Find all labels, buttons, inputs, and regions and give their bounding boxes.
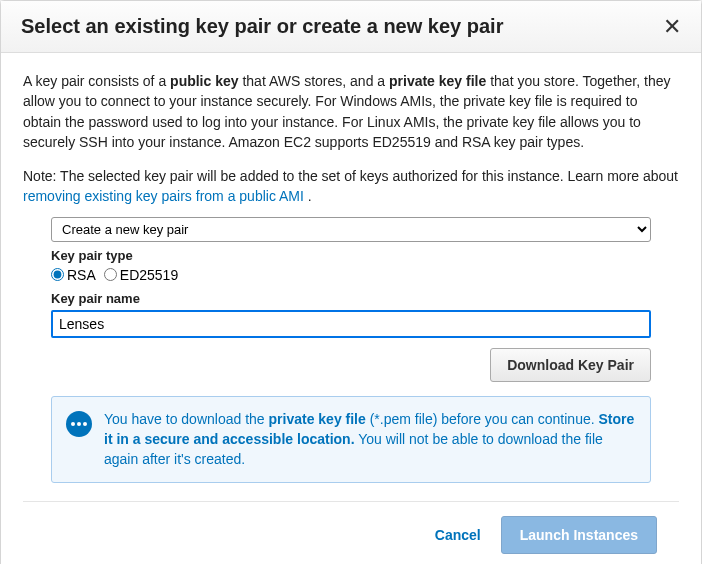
desc-text: A key pair consists of a [23, 73, 170, 89]
close-icon[interactable]: ✕ [663, 16, 681, 38]
cancel-button[interactable]: Cancel [435, 527, 481, 543]
modal-body: A key pair consists of a public key that… [1, 53, 701, 564]
radio-rsa[interactable] [51, 268, 64, 281]
note-prefix: Note: The selected key pair will be adde… [23, 168, 678, 184]
info-box: You have to download the private key fil… [51, 396, 651, 483]
launch-instances-button[interactable]: Launch Instances [501, 516, 657, 554]
radio-rsa-text: RSA [67, 267, 96, 283]
info-text-part: You have to download the [104, 411, 269, 427]
download-row: Download Key Pair [51, 348, 651, 382]
modal-header: Select an existing key pair or create a … [1, 1, 701, 53]
radio-rsa-label[interactable]: RSA [51, 267, 96, 283]
type-label: Key pair type [51, 248, 651, 263]
info-bold: private key file [269, 411, 366, 427]
modal-footer: Cancel Launch Instances [23, 501, 679, 564]
desc-bold: private key file [389, 73, 486, 89]
note-suffix: . [304, 188, 312, 204]
name-label: Key pair name [51, 291, 651, 306]
keypair-name-input[interactable] [51, 310, 651, 338]
desc-text: that AWS stores, and a [239, 73, 389, 89]
radio-ed25519[interactable] [104, 268, 117, 281]
form-area: Create a new key pair Key pair type RSA … [23, 217, 679, 483]
info-text-part: (*.pem file) before you can continue. [366, 411, 599, 427]
keypair-type-radio-group: RSA ED25519 [51, 267, 651, 283]
description-text: A key pair consists of a public key that… [23, 71, 679, 152]
info-message: You have to download the private key fil… [104, 409, 636, 470]
radio-ed25519-text: ED25519 [120, 267, 178, 283]
key-pair-modal: Select an existing key pair or create a … [0, 0, 702, 564]
info-icon [66, 411, 92, 437]
download-keypair-button[interactable]: Download Key Pair [490, 348, 651, 382]
modal-title: Select an existing key pair or create a … [21, 15, 503, 38]
radio-ed25519-label[interactable]: ED25519 [104, 267, 178, 283]
note-text: Note: The selected key pair will be adde… [23, 166, 679, 207]
keypair-action-select[interactable]: Create a new key pair [51, 217, 651, 242]
remove-keypairs-link[interactable]: removing existing key pairs from a publi… [23, 188, 304, 204]
desc-bold: public key [170, 73, 238, 89]
